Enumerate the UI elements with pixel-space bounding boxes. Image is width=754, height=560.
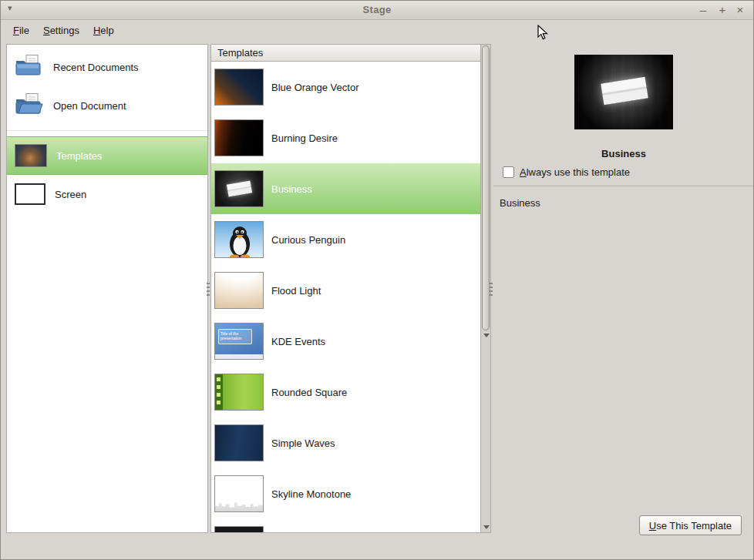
splitter-handle-right[interactable]: [490, 283, 493, 298]
window-title: Stage: [0, 4, 754, 15]
penguin-icon: [226, 224, 254, 258]
sidebar-item-recent-documents[interactable]: Recent Documents: [7, 48, 207, 86]
scrollbar-down-arrow-icon[interactable]: [483, 334, 490, 337]
template-row-skyline-monotone[interactable]: Skyline Monotone: [211, 468, 481, 519]
sidebar-item-label: Templates: [56, 150, 102, 162]
sidebar-panel: Recent Documents Open Document Templates…: [6, 44, 208, 533]
template-name: Rounded Square: [271, 387, 347, 398]
menu-file[interactable]: File: [6, 22, 36, 39]
template-thumbnail-flood-light: [214, 272, 264, 309]
template-thumbnail-partial: [214, 526, 264, 533]
kde-thumb-text: Title of the presentation: [220, 331, 250, 340]
always-use-template-row[interactable]: Always use this template: [503, 166, 630, 178]
titlebar: ▾ Stage – + ×: [0, 0, 754, 20]
menu-settings[interactable]: Settings: [36, 22, 86, 39]
scrollbar-down-arrow-icon[interactable]: [483, 525, 490, 529]
template-row-burning-desire[interactable]: Burning Desire: [211, 112, 481, 163]
template-thumbnail-burning-desire: [214, 119, 264, 156]
sidebar-item-templates[interactable]: Templates: [7, 136, 207, 175]
templates-header-label: Templates: [217, 47, 263, 59]
templates-list-header[interactable]: Templates: [211, 45, 481, 62]
template-row-kde-events[interactable]: Title of the presentation KDE Events: [211, 316, 481, 367]
template-name: Flood Light: [271, 285, 321, 297]
template-row-partial[interactable]: [211, 519, 481, 533]
sidebar-item-open-document[interactable]: Open Document: [7, 86, 207, 125]
splitter-handle-left[interactable]: [207, 283, 210, 298]
template-name: KDE Events: [271, 336, 325, 347]
template-name: Curious Penguin: [271, 234, 345, 246]
template-row-curious-penguin[interactable]: Curious Penguin: [211, 214, 481, 265]
menu-help[interactable]: Help: [86, 22, 121, 39]
template-thumbnail-skyline-monotone: [214, 475, 264, 512]
screen-icon: [15, 183, 45, 205]
scrollbar-thumb[interactable]: [482, 45, 490, 330]
template-thumbnail-curious-penguin: [214, 221, 264, 258]
preview-card-shape: [601, 77, 648, 106]
always-use-checkbox[interactable]: [503, 166, 514, 178]
use-this-template-button[interactable]: Use This Template: [639, 515, 742, 535]
preview-divider: [493, 186, 754, 186]
sidebar-item-label: Screen: [55, 189, 86, 200]
template-name: Blue Orange Vector: [271, 82, 358, 93]
preview-template-title: Business: [493, 148, 754, 159]
template-name: Business: [271, 183, 312, 195]
template-row-business[interactable]: Business: [211, 163, 481, 214]
template-row-flood-light[interactable]: Flood Light: [211, 265, 481, 316]
template-description: Business: [500, 197, 540, 209]
sidebar-item-label: Open Document: [53, 100, 126, 112]
close-button[interactable]: ×: [732, 2, 748, 18]
recent-documents-icon: [15, 54, 44, 80]
preview-pane: Business Always use this template Busine…: [493, 44, 754, 560]
template-thumbnail-simple-waves: [214, 424, 264, 461]
open-document-icon: [15, 92, 44, 119]
template-row-simple-waves[interactable]: Simple Waves: [211, 417, 481, 468]
templates-thumbnail-icon: [15, 144, 47, 167]
use-this-template-label: Use This Template: [649, 520, 732, 531]
sidebar-item-label: Recent Documents: [53, 62, 139, 73]
kde-title-box: Title of the presentation: [218, 329, 252, 344]
template-name: Simple Waves: [271, 438, 335, 449]
minimize-button[interactable]: –: [695, 2, 711, 18]
template-row-rounded-square[interactable]: Rounded Square: [211, 367, 481, 417]
maximize-button[interactable]: +: [715, 2, 730, 18]
template-thumbnail-rounded-square: [214, 374, 264, 411]
templates-list-panel: Templates Blue Orange Vector Burning Des…: [210, 44, 491, 533]
sidebar-separator: [7, 130, 207, 131]
mouse-cursor-icon: [537, 25, 549, 43]
template-thumbnail-blue-orange-vector: [214, 69, 264, 106]
template-name: Skyline Monotone: [271, 488, 351, 500]
template-preview-image: [574, 55, 673, 129]
template-row-blue-orange-vector[interactable]: Blue Orange Vector: [211, 62, 481, 112]
template-name: Burning Desire: [271, 132, 338, 144]
menubar: File Settings Help: [0, 20, 754, 40]
sidebar-item-screen[interactable]: Screen: [7, 175, 207, 213]
template-thumbnail-business: [214, 170, 264, 207]
template-thumbnail-kde-events: Title of the presentation: [214, 323, 264, 360]
always-use-label[interactable]: Always use this template: [520, 166, 630, 178]
